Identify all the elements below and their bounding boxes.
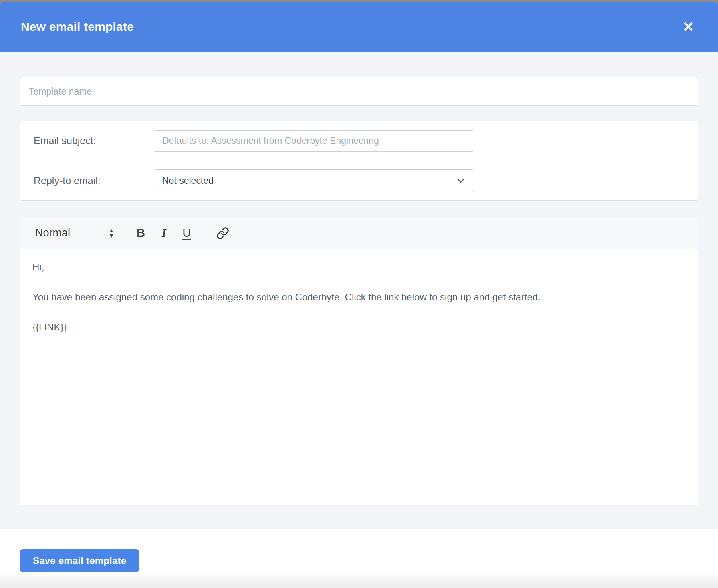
template-name-input[interactable]: [20, 77, 698, 106]
email-body-text-area[interactable]: Hi, You have been assigned some coding c…: [20, 249, 698, 505]
save-email-template-button[interactable]: Save email template: [20, 549, 139, 572]
email-body-editor: Normal ▲ ▼ B I U: [20, 217, 698, 505]
close-icon[interactable]: ✕: [680, 18, 698, 35]
arrow-down-icon: ▼: [109, 233, 114, 238]
new-email-template-modal: New email template ✕ Email subject: Repl…: [0, 2, 718, 588]
email-body-paragraph: You have been assigned some coding chall…: [32, 290, 686, 304]
reply-to-row: Reply-to email: Not selected: [34, 161, 684, 200]
screen: New email template ✕ Email subject: Repl…: [0, 0, 718, 588]
modal-title: New email template: [21, 20, 134, 34]
email-body-paragraph: Hi,: [32, 260, 686, 274]
link-icon: [216, 227, 229, 240]
paragraph-style-value: Normal: [35, 227, 70, 239]
email-body-paragraph: {{LINK}}: [32, 320, 686, 334]
style-picker-arrows-icon: ▲ ▼: [109, 228, 114, 238]
email-subject-row: Email subject:: [34, 121, 684, 161]
email-subject-label: Email subject:: [34, 135, 154, 147]
modal-body: Email subject: Reply-to email: Not selec…: [0, 52, 718, 505]
reply-to-select[interactable]: Not selected: [154, 169, 474, 192]
italic-button[interactable]: I: [159, 225, 169, 241]
chevron-down-icon: [456, 175, 466, 186]
modal-footer: Save email template: [0, 529, 718, 588]
insert-link-button[interactable]: [213, 224, 232, 242]
reply-to-label: Reply-to email:: [34, 175, 154, 187]
paragraph-style-picker[interactable]: Normal ▲ ▼: [35, 227, 114, 239]
email-settings-card: Email subject: Reply-to email: Not selec…: [20, 121, 698, 201]
reply-to-selected-value: Not selected: [162, 175, 456, 186]
bold-button[interactable]: B: [133, 225, 148, 241]
underline-button[interactable]: U: [179, 225, 194, 241]
editor-toolbar: Normal ▲ ▼ B I U: [20, 217, 698, 249]
email-subject-input[interactable]: [154, 130, 474, 152]
modal-header: New email template ✕: [0, 2, 718, 52]
